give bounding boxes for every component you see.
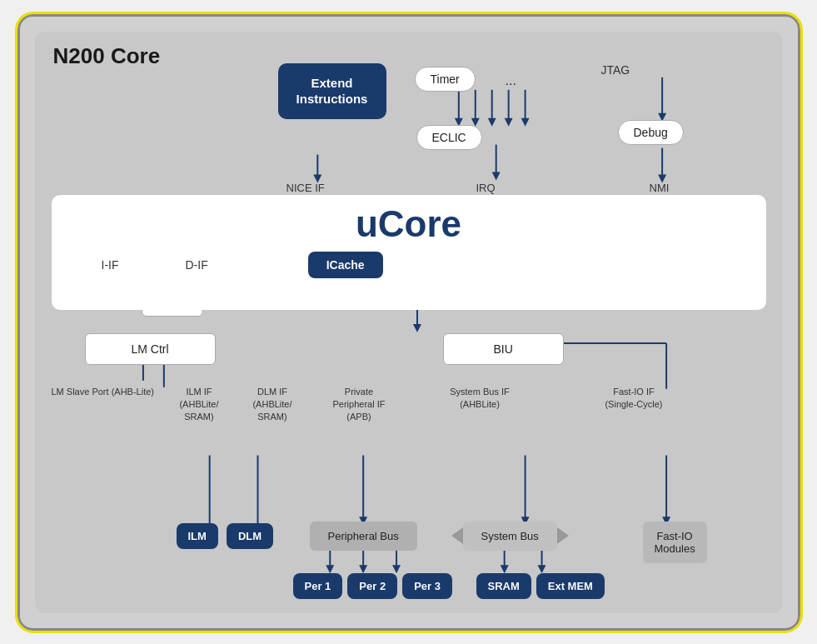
ext-mem-button[interactable]: Ext MEM: [536, 573, 605, 599]
debug-label: Debug: [618, 120, 684, 145]
ilm-if-label: ILM IF(AHBLite/SRAM): [162, 386, 236, 424]
svg-marker-37: [537, 565, 545, 573]
icache-button[interactable]: ICache: [308, 252, 383, 278]
ucore-section: uCore I-IF D-IF ICache: [52, 195, 766, 310]
lm-ctrl-label: LM Ctrl: [85, 333, 216, 365]
svg-marker-13: [491, 172, 500, 180]
svg-marker-31: [359, 565, 367, 573]
fast-io-if-group: Fast-IO IF(Single-Cycle): [592, 386, 675, 412]
port-labels-row: LM Slave Port (AHB-Lite) ILM IF(AHBLite/…: [52, 386, 766, 424]
dlm-if-label: DLM IF(AHBLite/SRAM): [236, 386, 309, 424]
lm-ctrl-container: LM Ctrl: [85, 333, 216, 365]
ilm-dlm-group: ILM DLM: [177, 523, 274, 549]
svg-marker-19: [412, 323, 421, 332]
private-peripheral-if-label: PrivatePeripheral IF(APB): [317, 386, 401, 424]
biu-container: BIU: [360, 333, 564, 365]
nmi-label: NMI: [650, 182, 670, 194]
fast-io-modules-label: Fast-IOModules: [643, 522, 707, 563]
svg-marker-33: [392, 565, 401, 573]
timer-box: Timer: [415, 67, 476, 92]
fast-io-if-label: Fast-IO IF(Single-Cycle): [592, 386, 675, 412]
biu-label: BIU: [443, 333, 564, 365]
system-bus-container: System Bus: [451, 522, 569, 551]
sram-extmem-group: SRAM Ext MEM: [476, 573, 605, 599]
jtag-label: JTAG: [601, 63, 630, 77]
system-bus-label: System Bus: [463, 522, 557, 551]
ilm-button[interactable]: ILM: [177, 523, 218, 549]
ucore-title: uCore: [52, 195, 766, 245]
per1-button[interactable]: Per 1: [293, 573, 343, 599]
irq-label: IRQ: [476, 182, 496, 194]
peripheral-bus-label: Peripheral Bus: [310, 522, 417, 551]
ellipsis-label: ...: [506, 73, 516, 88]
eclic-label: ECLIC: [416, 125, 482, 150]
timer-label: Timer: [415, 67, 476, 92]
per2-button[interactable]: Per 2: [347, 573, 397, 599]
debug-box: Debug: [618, 120, 684, 145]
svg-marker-35: [500, 565, 508, 573]
extend-instructions-button[interactable]: Extend Instructions: [278, 63, 386, 119]
dlm-if-group: DLM IF(AHBLite/SRAM): [236, 386, 309, 424]
i-if-label: I-IF: [102, 258, 119, 272]
inner-container: N200 Core: [35, 32, 783, 613]
n200-core-title: N200 Core: [53, 43, 161, 69]
peripheral-bus-container: Peripheral Bus: [310, 522, 417, 551]
nice-if-label: NICE IF: [286, 182, 325, 194]
private-peripheral-if-group: PrivatePeripheral IF(APB): [317, 386, 401, 424]
d-if-label: D-IF: [186, 258, 208, 272]
dlm-button[interactable]: DLM: [227, 523, 273, 549]
svg-marker-11: [521, 117, 529, 126]
fast-io-modules-container: Fast-IOModules: [643, 522, 707, 563]
sram-button[interactable]: SRAM: [476, 573, 531, 599]
lm-slave-port-group: LM Slave Port (AHB-Lite): [52, 386, 154, 398]
eclic-box: ECLIC: [416, 125, 482, 150]
system-bus-if-label: System Bus IF(AHBLite): [434, 386, 526, 412]
per-group: Per 1 Per 2 Per 3: [293, 573, 452, 599]
ilm-if-group: ILM IF(AHBLite/SRAM): [162, 386, 236, 424]
outer-container: N200 Core: [17, 14, 800, 631]
lm-slave-port-label: LM Slave Port (AHB-Lite): [52, 386, 154, 398]
svg-marker-29: [326, 565, 334, 573]
system-bus-if-group: System Bus IF(AHBLite): [434, 386, 526, 412]
svg-marker-7: [487, 117, 496, 126]
per3-button[interactable]: Per 3: [402, 573, 452, 599]
svg-marker-9: [504, 117, 512, 126]
